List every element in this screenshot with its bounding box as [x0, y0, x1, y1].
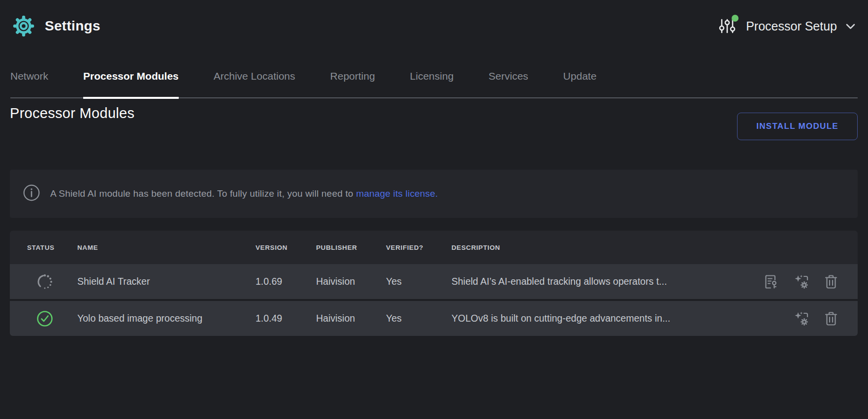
module-name: Shield AI Tracker	[77, 276, 256, 287]
app-title: Settings	[12, 14, 100, 38]
page-heading-row: Processor Modules INSTALL MODULE	[10, 105, 858, 140]
app-header: Settings Processor Setup	[0, 0, 868, 38]
module-description: YOLOv8 is built on cutting-edge advancem…	[451, 313, 757, 324]
context-selector-label: Processor Setup	[746, 19, 837, 33]
chevron-down-icon	[846, 23, 855, 31]
page-title: Processor Modules	[10, 105, 134, 121]
ai-settings-icon[interactable]	[794, 274, 809, 290]
info-icon	[23, 184, 40, 203]
col-name: NAME	[77, 244, 256, 251]
module-version: 1.0.69	[256, 276, 316, 287]
module-description: Shield AI’s AI-enabled tracking allows o…	[451, 276, 757, 287]
col-status: STATUS	[10, 244, 77, 251]
col-version: VERSION	[256, 244, 316, 251]
ai-settings-icon[interactable]	[794, 311, 809, 327]
manage-license-link[interactable]: manage its license.	[356, 188, 438, 199]
tab-services[interactable]: Services	[488, 70, 528, 97]
col-verified: VERIFIED?	[386, 244, 451, 251]
table-row: Shield AI Tracker 1.0.69 Haivision Yes S…	[10, 264, 858, 299]
license-icon[interactable]	[764, 274, 779, 290]
module-name: Yolo based image processing	[77, 313, 256, 324]
delete-icon[interactable]	[824, 311, 838, 327]
delete-icon[interactable]	[824, 274, 838, 290]
tab-archive-locations[interactable]: Archive Locations	[214, 70, 295, 97]
page-app-title: Settings	[45, 18, 100, 34]
table-header-row: STATUS NAME VERSION PUBLISHER VERIFIED? …	[10, 231, 858, 264]
banner-text: A Shield AI module has been detected. To…	[50, 188, 354, 199]
tab-processor-modules[interactable]: Processor Modules	[83, 70, 179, 97]
tab-licensing[interactable]: Licensing	[410, 70, 454, 97]
settings-tab-bar: Network Processor Modules Archive Locati…	[10, 70, 858, 98]
row-actions	[757, 311, 858, 327]
context-selector[interactable]: Processor Setup	[717, 16, 855, 36]
module-publisher: Haivision	[316, 276, 386, 287]
row-actions	[757, 274, 858, 290]
install-module-button[interactable]: INSTALL MODULE	[737, 113, 858, 140]
table-row: Yolo based image processing 1.0.49 Haivi…	[10, 301, 858, 336]
module-verified: Yes	[386, 313, 451, 324]
info-banner: A Shield AI module has been detected. To…	[10, 170, 858, 218]
col-description: DESCRIPTION	[451, 244, 757, 251]
processor-sliders-icon	[717, 16, 737, 36]
status-dot	[732, 15, 739, 22]
tab-network[interactable]: Network	[10, 70, 48, 97]
tab-update[interactable]: Update	[563, 70, 597, 97]
banner-message: A Shield AI module has been detected. To…	[50, 188, 438, 199]
tab-reporting[interactable]: Reporting	[330, 70, 375, 97]
modules-table: STATUS NAME VERSION PUBLISHER VERIFIED? …	[10, 231, 858, 336]
status-loading-icon	[10, 273, 77, 291]
settings-gear-icon	[12, 14, 35, 38]
col-publisher: PUBLISHER	[316, 244, 386, 251]
module-publisher: Haivision	[316, 313, 386, 324]
module-verified: Yes	[386, 276, 451, 287]
status-ok-icon	[10, 310, 77, 328]
module-version: 1.0.49	[256, 313, 316, 324]
